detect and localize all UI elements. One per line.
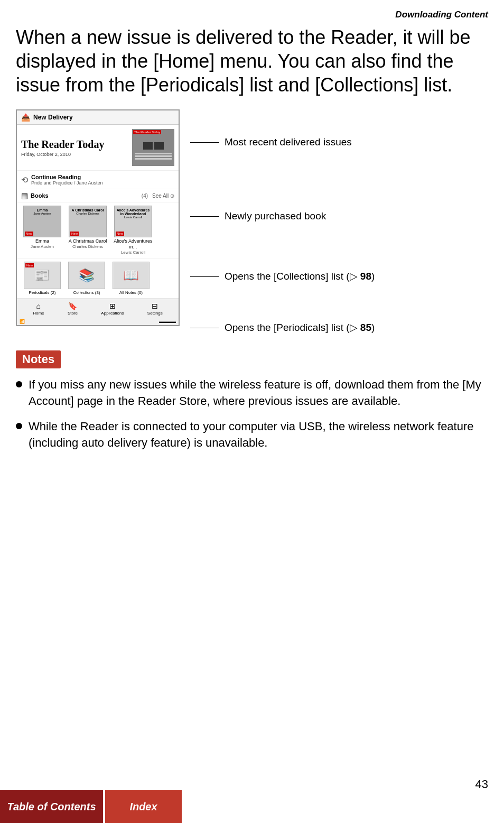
annotation-line-3 [190, 276, 219, 277]
book-cover-title-1: A Christmas Carol [72, 208, 104, 212]
book-name-1: A Christmas Carol [69, 238, 107, 244]
notes-badge: Notes [16, 350, 61, 368]
book-author-1: Charles Dickens [72, 244, 103, 249]
book-item-1[interactable]: New A Christmas Carol Charles Dickens A … [67, 206, 109, 255]
see-all-text: See All [152, 193, 169, 199]
see-all[interactable]: See All ⊙ [152, 193, 174, 199]
book-item-0[interactable]: New Emma Jane Austen Emma Jane Austen [21, 206, 63, 255]
applications-icon: ⊞ [109, 302, 116, 310]
toc-label: Table of Contents [7, 801, 96, 812]
books-icon: ▦ [21, 191, 28, 200]
book-cover-0: New Emma Jane Austen [23, 206, 61, 237]
hero-badge: The Reader Today [133, 130, 161, 134]
book-name-0: Emma [35, 238, 49, 244]
annotation-line-2 [190, 216, 219, 217]
toc-button[interactable]: Table of Contents [0, 790, 103, 823]
bullet-dot-0 [16, 381, 22, 387]
store-icon: 🔖 [68, 302, 77, 310]
device-upload-icon: 📤 [21, 113, 30, 122]
device-nav: ⌂ Home 🔖 Store ⊞ Applications ⊟ Settings [17, 299, 179, 318]
device-status-bar: 📶 ▬▬▬▬ [17, 318, 179, 325]
nav-store[interactable]: 🔖 Store [68, 302, 78, 316]
home-icon: ⌂ [36, 302, 41, 310]
notes-item-1: While the Reader is connected to your co… [16, 419, 488, 451]
main-text-content: When a new issue is delivered to the Rea… [16, 26, 470, 96]
settings-icon: ⊟ [152, 302, 158, 310]
annotation-line-1 [190, 142, 219, 143]
notes-text-0: If you miss any new issues while the wir… [29, 377, 488, 410]
collections-icon: 📚 [79, 268, 95, 283]
book-new-badge-1: New [70, 232, 79, 236]
device-section: 📤 New Delivery The Reader Today Friday, … [16, 109, 488, 335]
bottom-item-allnotes[interactable]: 📖 All Notes (0) [110, 262, 152, 295]
page-container: Downloading Content When a new issue is … [0, 0, 504, 823]
notes-item-0: If you miss any new issues while the wir… [16, 377, 488, 410]
device-hero-right: The Reader Today [132, 129, 174, 166]
book-author-2: Lewis Carroll [121, 250, 145, 255]
books-label: Books [31, 192, 142, 199]
page-number: 43 [475, 778, 488, 791]
continue-text: Continue Reading Pride and Prejudice / J… [31, 174, 103, 186]
main-description: When a new issue is delivered to the Rea… [16, 25, 488, 97]
continue-title: Continue Reading [31, 174, 103, 180]
annotation-3: Opens the [Collections] list (▷ 98) [190, 270, 488, 283]
nav-applications-label: Applications [101, 311, 124, 316]
annotation-text-4: Opens the [Periodicals] list (▷ 85) [225, 321, 375, 335]
hero-title: The Reader Today [21, 138, 132, 151]
device-books-header: ▦ Books (4) See All ⊙ [17, 189, 179, 202]
books-count: (4) [142, 193, 148, 199]
annotation-2: Newly purchased book [190, 210, 488, 223]
hero-line-1 [135, 153, 172, 154]
book-item-2[interactable]: New Alice's Adventures in Wonderland Lew… [112, 206, 154, 255]
page-header: Downloading Content [16, 10, 488, 20]
collections-icon-wrap: 📚 [68, 262, 105, 289]
notes-text-1: While the Reader is connected to your co… [29, 419, 488, 451]
hero-icon-box-2 [154, 142, 164, 150]
periodicals-icon: 📰 [34, 268, 50, 283]
book-name-2: Alice's Adventures in... [112, 238, 154, 250]
notes-section: Notes If you miss any new issues while t… [16, 350, 488, 451]
book-new-badge-0: New [25, 232, 33, 236]
book-cover-author-0: Jane Austen [33, 212, 51, 215]
hero-icon-box-1 [143, 142, 153, 150]
annotations-panel: Most recent delivered issues Newly purch… [180, 109, 488, 335]
annotation-1: Most recent delivered issues [190, 136, 488, 149]
book-cover-2: New Alice's Adventures in Wonderland Lew… [114, 206, 152, 237]
hero-line-2 [135, 155, 172, 157]
book-cover-author-1: Charles Dickens [76, 212, 99, 215]
nav-home[interactable]: ⌂ Home [33, 302, 44, 316]
periodicals-icon-wrap: New 📰 [24, 262, 61, 289]
book-cover-title-2: Alice's Adventures in Wonderland [116, 208, 150, 216]
bottom-item-collections[interactable]: 📚 Collections (3) [66, 262, 108, 295]
device-bottom-icons: New 📰 Periodicals (2) 📚 Collections (3) … [17, 258, 179, 299]
nav-settings[interactable]: ⊟ Settings [147, 302, 163, 316]
nav-home-label: Home [33, 311, 44, 316]
periodicals-label: Periodicals (2) [29, 290, 55, 295]
annotation-line-4 [190, 328, 219, 328]
book-new-badge-2: New [116, 232, 124, 236]
hero-icons [143, 142, 164, 150]
hero-lines [135, 152, 172, 161]
device-hero: The Reader Today Friday, October 2, 2010… [17, 125, 179, 171]
allnotes-icon: 📖 [123, 268, 139, 283]
allnotes-icon-wrap: 📖 [113, 262, 150, 289]
header-title: Downloading Content [395, 10, 488, 20]
allnotes-label: All Notes (0) [119, 290, 143, 295]
device-mockup: 📤 New Delivery The Reader Today Friday, … [16, 109, 180, 326]
device-continue: ⟲ Continue Reading Pride and Prejudice /… [17, 171, 179, 189]
annotation-text-2: Newly purchased book [225, 210, 326, 223]
book-cover-author-2: Lewis Carroll [124, 216, 143, 219]
notes-list: If you miss any new issues while the wir… [16, 377, 488, 451]
index-button[interactable]: Index [105, 790, 182, 823]
bullet-dot-1 [16, 423, 22, 429]
bottom-item-periodicals[interactable]: New 📰 Periodicals (2) [21, 262, 63, 295]
new-badge-periodicals: New [25, 263, 34, 267]
hero-line-3 [135, 158, 172, 160]
book-cover-1: New A Christmas Carol Charles Dickens [69, 206, 107, 237]
nav-store-label: Store [68, 311, 78, 316]
annotation-text-3: Opens the [Collections] list (▷ 98) [225, 270, 375, 283]
continue-sub: Pride and Prejudice / Jane Austen [31, 180, 103, 186]
annotation-text-1: Most recent delivered issues [225, 136, 352, 149]
device-header-bar: 📤 New Delivery [17, 110, 179, 125]
nav-applications[interactable]: ⊞ Applications [101, 302, 124, 316]
